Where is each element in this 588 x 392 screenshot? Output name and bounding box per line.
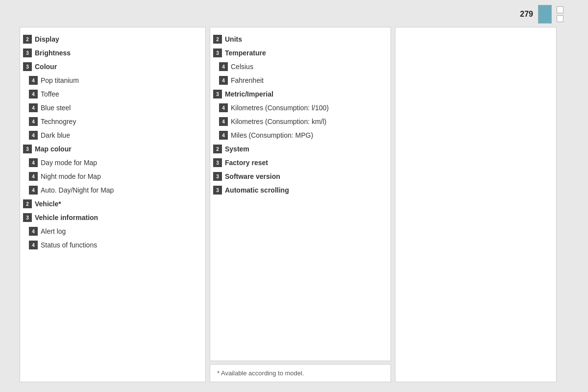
level-badge-day-mode: 4 — [29, 158, 38, 167]
menu-item-miles-mpg[interactable]: 4Miles (Consumption: MPG) — [210, 128, 391, 142]
menu-item-factory-reset[interactable]: 3Factory reset — [210, 156, 391, 170]
menu-item-software-version[interactable]: 3Software version — [210, 170, 391, 183]
level-badge-metric-imperial: 3 — [213, 90, 222, 98]
menu-item-map-colour[interactable]: 3Map colour — [20, 142, 205, 156]
menu-item-status-functions[interactable]: 4Status of functions — [20, 238, 205, 252]
level-badge-display: 2 — [23, 35, 32, 44]
menu-item-day-mode[interactable]: 4Day mode for Map — [20, 156, 205, 170]
menu-item-auto-day-night[interactable]: 4Auto. Day/Night for Map — [20, 183, 205, 197]
item-label-blue-steel: Blue steel — [41, 104, 71, 112]
menu-item-colour[interactable]: 3Colour — [20, 60, 205, 74]
menu-item-technogrey[interactable]: 4Technogrey — [20, 115, 205, 128]
menu-item-system[interactable]: 2System — [210, 142, 391, 156]
level-badge-auto-scrolling: 3 — [213, 186, 222, 195]
menu-item-auto-scrolling[interactable]: 3Automatic scrolling — [210, 183, 391, 197]
item-label-brightness: Brightness — [35, 49, 71, 57]
item-label-vehicle-information: Vehicle information — [35, 214, 98, 221]
item-label-km-100: Kilometres (Consumption: l/100) — [231, 104, 329, 112]
page-number: 279 — [520, 10, 533, 19]
level-badge-units: 2 — [213, 35, 222, 44]
menu-item-metric-imperial[interactable]: 3Metric/Imperial — [210, 87, 391, 101]
item-label-auto-scrolling: Automatic scrolling — [225, 186, 289, 194]
level-badge-night-mode: 4 — [29, 172, 38, 181]
checkbox-1[interactable] — [557, 6, 564, 13]
menu-item-fahrenheit[interactable]: 4Fahrenheit — [210, 74, 391, 87]
right-panel — [395, 27, 557, 382]
page-number-area: 279 — [520, 5, 564, 24]
item-label-day-mode: Day mode for Map — [41, 159, 97, 167]
item-label-system: System — [225, 145, 249, 153]
item-label-alert-log: Alert log — [41, 227, 66, 235]
menu-item-km-100[interactable]: 4Kilometres (Consumption: l/100) — [210, 101, 391, 115]
menu-item-blue-steel[interactable]: 4Blue steel — [20, 101, 205, 115]
level-badge-map-colour: 3 — [23, 145, 32, 153]
item-label-map-colour: Map colour — [35, 145, 72, 153]
menu-item-km-l[interactable]: 4Kilometres (Consumption: km/l) — [210, 115, 391, 128]
menu-item-celsius[interactable]: 4Celsius — [210, 60, 391, 74]
menu-item-brightness[interactable]: 3Brightness — [20, 46, 205, 60]
page-container: 279 2Display3Brightness3Colour4Pop titan… — [0, 0, 588, 392]
level-badge-temperature: 3 — [213, 49, 222, 57]
level-badge-vehicle: 2 — [23, 199, 32, 208]
middle-panel-main: 2Units3Temperature4Celsius4Fahrenheit3Me… — [210, 27, 391, 361]
menu-item-night-mode[interactable]: 4Night mode for Map — [20, 170, 205, 183]
item-label-vehicle: Vehicle* — [35, 200, 61, 208]
level-badge-km-100: 4 — [219, 103, 228, 112]
checkboxes — [557, 6, 564, 22]
item-label-km-l: Kilometres (Consumption: km/l) — [231, 118, 326, 125]
level-badge-brightness: 3 — [23, 49, 32, 57]
level-badge-pop-titanium: 4 — [29, 76, 38, 85]
menu-item-dark-blue[interactable]: 4Dark blue — [20, 128, 205, 142]
level-badge-km-l: 4 — [219, 117, 228, 126]
checkbox-2[interactable] — [557, 15, 564, 22]
menu-item-vehicle-information[interactable]: 3Vehicle information — [20, 211, 205, 224]
item-label-miles-mpg: Miles (Consumption: MPG) — [231, 131, 313, 139]
level-badge-status-functions: 4 — [29, 241, 38, 249]
level-badge-alert-log: 4 — [29, 227, 38, 236]
middle-panel: 2Units3Temperature4Celsius4Fahrenheit3Me… — [210, 27, 391, 382]
item-label-software-version: Software version — [225, 172, 280, 180]
level-badge-fahrenheit: 4 — [219, 76, 228, 85]
level-badge-system: 2 — [213, 145, 222, 153]
level-badge-technogrey: 4 — [29, 117, 38, 126]
page-thumbnail[interactable] — [538, 5, 552, 24]
footer-text: * Available according to model. — [217, 369, 304, 377]
item-label-pop-titanium: Pop titanium — [41, 76, 79, 84]
item-label-factory-reset: Factory reset — [225, 159, 268, 167]
item-label-display: Display — [35, 35, 59, 43]
menu-item-toffee[interactable]: 4Toffee — [20, 87, 205, 101]
item-label-status-functions: Status of functions — [41, 241, 97, 249]
level-badge-vehicle-information: 3 — [23, 213, 32, 222]
content-area: 2Display3Brightness3Colour4Pop titanium4… — [0, 0, 588, 392]
item-label-colour: Colour — [35, 63, 57, 71]
middle-panel-footer: * Available according to model. — [210, 364, 391, 382]
level-badge-blue-steel: 4 — [29, 103, 38, 112]
item-label-auto-day-night: Auto. Day/Night for Map — [41, 186, 114, 194]
item-label-technogrey: Technogrey — [41, 118, 76, 125]
level-badge-celsius: 4 — [219, 62, 228, 71]
item-label-toffee: Toffee — [41, 90, 59, 98]
item-label-temperature: Temperature — [225, 49, 266, 57]
item-label-units: Units — [225, 35, 242, 43]
level-badge-software-version: 3 — [213, 172, 222, 181]
menu-item-alert-log[interactable]: 4Alert log — [20, 224, 205, 238]
item-label-night-mode: Night mode for Map — [41, 172, 101, 180]
item-label-metric-imperial: Metric/Imperial — [225, 90, 273, 98]
level-badge-factory-reset: 3 — [213, 158, 222, 167]
menu-item-pop-titanium[interactable]: 4Pop titanium — [20, 74, 205, 87]
menu-item-vehicle[interactable]: 2Vehicle* — [20, 197, 205, 211]
menu-item-display[interactable]: 2Display — [20, 32, 205, 46]
level-badge-toffee: 4 — [29, 90, 38, 98]
level-badge-dark-blue: 4 — [29, 131, 38, 140]
menu-item-units[interactable]: 2Units — [210, 32, 391, 46]
item-label-dark-blue: Dark blue — [41, 131, 70, 139]
level-badge-colour: 3 — [23, 62, 32, 71]
item-label-fahrenheit: Fahrenheit — [231, 76, 264, 84]
level-badge-miles-mpg: 4 — [219, 131, 228, 140]
level-badge-auto-day-night: 4 — [29, 186, 38, 195]
menu-item-temperature[interactable]: 3Temperature — [210, 46, 391, 60]
item-label-celsius: Celsius — [231, 63, 253, 71]
left-panel: 2Display3Brightness3Colour4Pop titanium4… — [20, 27, 206, 382]
